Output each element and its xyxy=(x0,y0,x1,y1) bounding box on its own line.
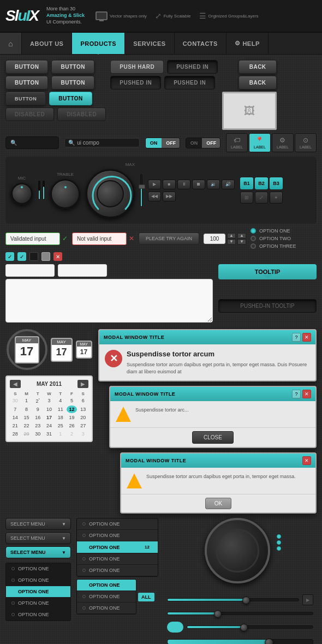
toggle-off-label-2[interactable]: OFF xyxy=(202,138,220,148)
b4-button[interactable]: ⊞ xyxy=(240,192,253,204)
nav-home-button[interactable]: ⌂ xyxy=(0,33,22,54)
slider-nav-right[interactable]: ▶ xyxy=(302,594,313,605)
cal-day-30[interactable]: 30 xyxy=(10,397,21,405)
inner-item-2[interactable]: OPTION ONE xyxy=(77,591,136,603)
cal-day-21[interactable]: 21 xyxy=(10,422,21,430)
cal-day-24[interactable]: 24 xyxy=(44,422,55,430)
number-input[interactable] xyxy=(204,234,225,244)
cal-day-16[interactable]: 16 xyxy=(32,414,43,421)
invalid-input[interactable] xyxy=(72,232,127,245)
cal-day-14[interactable]: 14 xyxy=(10,414,21,421)
calendar-icon-big[interactable]: MAY 17 xyxy=(15,336,39,363)
select-menu-2[interactable]: SELECT MENU ▼ xyxy=(5,532,71,544)
b2-button[interactable]: B2 xyxy=(255,177,268,189)
icon-tab-3[interactable]: ⚙ LABEL xyxy=(272,133,294,152)
big-circle[interactable] xyxy=(205,518,270,583)
b6-button[interactable]: ✦ xyxy=(270,192,283,204)
icon-tab-1[interactable]: 🏷 LABEL xyxy=(226,133,248,152)
cal-day-2[interactable]: 2* xyxy=(32,397,43,405)
slider-1[interactable] xyxy=(167,598,299,601)
dropdown-item-1[interactable]: OPTION ONE xyxy=(77,518,158,530)
nav-tab-services[interactable]: SERVICES xyxy=(125,33,174,54)
push-hard-button[interactable]: PUSH HARD xyxy=(110,60,164,74)
textarea[interactable] xyxy=(5,279,213,323)
radio-option-1[interactable]: OPTION ONE xyxy=(251,228,296,234)
button-5[interactable]: BUTTON xyxy=(5,92,46,105)
circle-control-3[interactable] xyxy=(277,546,281,551)
search-input[interactable] xyxy=(77,140,135,146)
cal-day-12[interactable]: 12 xyxy=(67,406,77,413)
nav-tab-about[interactable]: ABOUT US xyxy=(22,33,72,54)
slider-thumb-3[interactable] xyxy=(240,624,248,631)
cal-day-1b[interactable]: 1 xyxy=(55,430,66,438)
main-knob[interactable] xyxy=(86,169,135,218)
inner-item-1[interactable]: OPTION ONE xyxy=(77,580,136,591)
nav-tab-help[interactable]: ⚙HELP xyxy=(226,33,269,54)
cal-day-9[interactable]: 9 xyxy=(32,406,43,413)
calendar-icon-tiny[interactable]: MAY 17 xyxy=(76,341,92,359)
cal-day-20[interactable]: 20 xyxy=(77,414,88,421)
rec-button[interactable]: ⏹ xyxy=(192,180,205,189)
eq-slider-1[interactable] xyxy=(38,181,40,200)
toggle-1[interactable]: ON OFF xyxy=(145,138,180,148)
cal-day-17[interactable]: 17 xyxy=(44,414,55,421)
prev-button[interactable]: ◀◀ xyxy=(148,192,161,201)
cal-prev-button[interactable]: ◀ xyxy=(10,380,21,388)
cal-day-3[interactable]: 3 xyxy=(44,397,55,405)
slider-thumb-circle[interactable] xyxy=(167,622,183,633)
all-button[interactable]: ALL xyxy=(138,593,154,601)
cal-next-button[interactable]: ▶ xyxy=(77,380,88,388)
select-menu-1[interactable]: SELECT MENU ▼ xyxy=(5,518,71,530)
nav-tab-products[interactable]: PRODUCTS xyxy=(72,33,125,54)
b3-button[interactable]: B3 xyxy=(270,177,283,189)
radio-option-2[interactable]: OPTION TWO xyxy=(251,236,296,241)
cal-day-2b[interactable]: 2 xyxy=(67,430,77,438)
trable-knob[interactable] xyxy=(50,179,80,209)
slider-thumb-4[interactable] xyxy=(265,639,273,644)
pushed-in-button-1[interactable]: PUSHED IN xyxy=(167,60,218,74)
spinner-up-2[interactable]: ▲ xyxy=(237,233,246,238)
cal-day-25[interactable]: 25 xyxy=(55,422,66,430)
button-3[interactable]: BUTTON xyxy=(5,76,48,90)
volume-thumb[interactable] xyxy=(139,184,145,189)
back-button-1[interactable]: BACK xyxy=(238,60,277,74)
slider-2[interactable] xyxy=(167,612,313,615)
checkbox-checked-2[interactable]: ✓ xyxy=(17,252,26,261)
modal-3-close[interactable]: ✕ xyxy=(302,456,311,465)
toggle-2[interactable]: ON OFF xyxy=(186,138,220,148)
spinner-down[interactable]: ▼ xyxy=(227,239,236,245)
spinner-down-2[interactable]: ▼ xyxy=(237,239,246,245)
cal-day-10[interactable]: 10 xyxy=(44,406,55,413)
cal-day-15[interactable]: 15 xyxy=(21,414,32,421)
calendar-icon-small[interactable]: MAY 17 xyxy=(51,338,73,362)
cal-day-23[interactable]: 23 xyxy=(32,422,43,430)
mic-knob[interactable] xyxy=(11,183,33,205)
cal-day-29[interactable]: 29 xyxy=(21,430,32,438)
play-button[interactable]: ▶ xyxy=(148,180,161,189)
search-field-2[interactable]: 🔍 xyxy=(64,138,139,147)
select-menu-3[interactable]: SELECT MENU ▼ xyxy=(5,546,71,558)
cal-day-30b[interactable]: 30 xyxy=(32,430,43,438)
inner-item-3[interactable]: OPTION ONE xyxy=(77,603,136,614)
modal-2-help[interactable]: ? xyxy=(292,390,301,398)
search-field-1[interactable]: 🔍 xyxy=(5,136,59,149)
list-item-3[interactable]: OPTION ONE xyxy=(6,586,70,598)
list-item-1[interactable]: OPTION ONE xyxy=(6,563,70,575)
icon-tab-2[interactable]: 📍 LABEL xyxy=(249,133,271,152)
cal-day-11[interactable]: 11 xyxy=(55,406,66,413)
cal-day-18[interactable]: 18 xyxy=(55,414,66,421)
pushed-in-button-3[interactable]: PUSHED IN xyxy=(164,76,215,90)
button-4[interactable]: BUTTON xyxy=(51,76,94,90)
dropdown-item-2[interactable]: OPTION ONE xyxy=(77,530,158,541)
checkbox-checked-1[interactable]: ✓ xyxy=(5,252,14,261)
cal-day-7[interactable]: 7 xyxy=(10,406,21,413)
slider-thumb-1[interactable] xyxy=(242,597,250,604)
list-item-4[interactable]: OPTION ONE xyxy=(6,598,70,609)
circle-control-1[interactable] xyxy=(277,534,281,539)
circle-control-2[interactable] xyxy=(277,540,281,545)
back-button-2[interactable]: BACK xyxy=(238,76,277,90)
cal-day-19[interactable]: 19 xyxy=(67,414,77,421)
button-1[interactable]: BUTTON xyxy=(5,60,48,74)
toggle-on-label-2[interactable]: ON xyxy=(186,138,202,148)
modal-ok-button[interactable]: OK xyxy=(205,498,231,509)
